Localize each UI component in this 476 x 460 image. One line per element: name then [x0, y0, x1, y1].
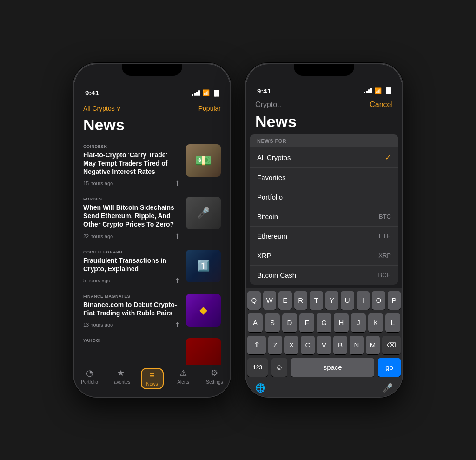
key-c[interactable]: C	[301, 336, 315, 354]
tab-label-settings: Settings	[206, 380, 223, 385]
key-r[interactable]: R	[294, 291, 308, 310]
key-o[interactable]: O	[372, 291, 385, 310]
crypto-filter-button[interactable]: All Cryptos ∨	[83, 105, 121, 112]
keyboard-row-1: Q W E R T Y U I O P	[247, 291, 401, 310]
cancel-button[interactable]: Cancel	[370, 100, 393, 109]
microphone-icon[interactable]: 🎤	[378, 379, 397, 397]
go-key[interactable]: go	[378, 358, 401, 377]
portfolio-icon: ◔	[86, 368, 93, 378]
dropdown-item-right: ✓	[385, 153, 391, 162]
news-item[interactable]: FINANCE MAGNATES Binance.com to Debut Cr…	[74, 289, 230, 333]
news-item-content: FORBES When Will Bitcoin Sidechains Send…	[83, 197, 180, 240]
dropdown-item-favorites[interactable]: Favorites	[250, 168, 398, 187]
news-item[interactable]: COINTELEGRAPH Fraudulent Transactions in…	[74, 245, 230, 289]
right-screen: 9:41 📶 ▐█ Cancel News NEWS FOR	[246, 82, 402, 397]
news-icon: ≡	[150, 371, 155, 380]
dropdown-item-portfolio[interactable]: Portfolio	[250, 187, 398, 207]
news-item-content: COINTELEGRAPH Fraudulent Transactions in…	[83, 250, 180, 284]
tab-bar: ◔ Portfolio ★ Favorites ≡ News ⚠ Alerts …	[74, 365, 230, 397]
news-image	[186, 338, 221, 364]
right-status-bar: 9:41 📶 ▐█	[246, 82, 402, 97]
dropdown-item-label: Favorites	[257, 173, 286, 181]
emoji-key[interactable]: ☺	[271, 358, 287, 377]
checkmark-icon: ✓	[385, 153, 391, 162]
news-time: 22 hours ago	[83, 233, 113, 239]
shift-key[interactable]: ⇧	[247, 336, 266, 354]
key-d[interactable]: D	[282, 313, 297, 332]
tab-alerts[interactable]: ⚠ Alerts	[168, 368, 199, 389]
dropdown-item-label: Bitcoin Cash	[257, 271, 296, 279]
key-f[interactable]: F	[299, 313, 314, 332]
keyboard-extra-row: 🌐 🎤	[247, 377, 401, 397]
settings-icon: ⚙	[211, 368, 218, 378]
share-icon[interactable]: ⬆	[175, 180, 180, 187]
dropdown-item-bitcoin[interactable]: Bitcoin BTC	[250, 207, 398, 227]
key-u[interactable]: U	[341, 291, 354, 310]
news-item-content: COINDESK Fiat-to-Crypto 'Carry Trade' Ma…	[83, 144, 180, 187]
key-a[interactable]: A	[248, 313, 263, 332]
tab-portfolio[interactable]: ◔ Portfolio	[74, 368, 105, 389]
key-l[interactable]: L	[385, 313, 400, 332]
key-s[interactable]: S	[265, 313, 280, 332]
key-y[interactable]: Y	[325, 291, 339, 310]
numbers-key[interactable]: 123	[247, 358, 268, 377]
news-item[interactable]: YAHOO!	[74, 333, 230, 364]
keyboard-row-3: ⇧ Z X C V B N M ⌫	[247, 336, 401, 354]
key-i[interactable]: I	[357, 291, 370, 310]
key-g[interactable]: G	[317, 313, 331, 332]
globe-icon[interactable]: 🌐	[251, 379, 270, 397]
dropdown-ticker: XRP	[378, 252, 391, 259]
tab-settings[interactable]: ⚙ Settings	[199, 368, 230, 389]
dropdown-overlay: NEWS FOR All Cryptos ✓ Favorites Portfol…	[250, 134, 398, 285]
tab-favorites[interactable]: ★ Favorites	[105, 368, 136, 389]
news-source: FORBES	[83, 197, 180, 201]
all-cryptos-label: All Cryptos	[83, 105, 115, 112]
keyboard: Q W E R T Y U I O P A S D F G H J K	[246, 288, 402, 397]
search-input[interactable]	[255, 100, 364, 109]
key-v[interactable]: V	[317, 336, 331, 354]
news-item-content: FINANCE MAGNATES Binance.com to Debut Cr…	[83, 294, 180, 328]
right-battery-icon: ▐█	[384, 87, 391, 94]
delete-key[interactable]: ⌫	[382, 336, 401, 354]
tab-news[interactable]: ≡ News	[136, 368, 167, 389]
dropdown-item-label: Ethereum	[257, 232, 287, 240]
news-item[interactable]: FORBES When Will Bitcoin Sidechains Send…	[74, 192, 230, 245]
dropdown-item-label: XRP	[257, 252, 271, 260]
key-j[interactable]: J	[351, 313, 366, 332]
left-screen: 9:41 📶 ▐█ All Cryptos ∨ Popular	[74, 82, 230, 397]
key-b[interactable]: B	[333, 336, 347, 354]
dropdown-ticker: ETH	[379, 233, 391, 240]
chevron-down-icon: ∨	[116, 105, 121, 112]
popular-button[interactable]: Popular	[198, 105, 221, 112]
key-k[interactable]: K	[368, 313, 383, 332]
dropdown-item-xrp[interactable]: XRP XRP	[250, 246, 398, 266]
share-icon[interactable]: ⬆	[175, 277, 180, 284]
news-item[interactable]: COINDESK Fiat-to-Crypto 'Carry Trade' Ma…	[74, 140, 230, 193]
dropdown-item-ethereum[interactable]: Ethereum ETH	[250, 227, 398, 246]
nav-bar: All Cryptos ∨ Popular	[74, 101, 230, 116]
key-h[interactable]: H	[334, 313, 349, 332]
dropdown-ticker: BTC	[379, 213, 391, 220]
signal-icon	[192, 90, 200, 96]
dropdown-ticker: BCH	[378, 272, 391, 279]
news-image	[186, 197, 221, 229]
share-icon[interactable]: ⬆	[175, 233, 180, 240]
space-key[interactable]: space	[291, 358, 374, 377]
key-n[interactable]: N	[350, 336, 364, 354]
favorites-icon: ★	[117, 368, 125, 378]
share-icon[interactable]: ⬆	[175, 321, 180, 328]
key-x[interactable]: X	[284, 336, 298, 354]
key-m[interactable]: M	[366, 336, 380, 354]
key-z[interactable]: Z	[268, 336, 282, 354]
dropdown-item-bitcoin-cash[interactable]: Bitcoin Cash BCH	[250, 266, 398, 285]
key-t[interactable]: T	[310, 291, 323, 310]
dropdown-item-all-cryptos[interactable]: All Cryptos ✓	[250, 147, 398, 168]
key-q[interactable]: Q	[247, 291, 261, 310]
key-w[interactable]: W	[263, 291, 277, 310]
news-headline: When Will Bitcoin Sidechains Send Ethere…	[83, 203, 180, 229]
key-p[interactable]: P	[388, 291, 401, 310]
key-e[interactable]: E	[278, 291, 292, 310]
keyboard-bottom-row: 123 ☺ space go	[247, 358, 401, 377]
right-status-icons: 📶 ▐█	[364, 87, 391, 94]
notch	[122, 64, 182, 76]
